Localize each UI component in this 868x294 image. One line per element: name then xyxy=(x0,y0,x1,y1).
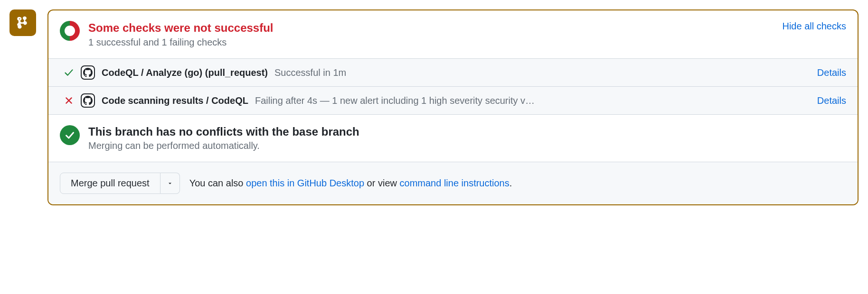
github-actions-avatar-icon xyxy=(81,65,95,80)
merge-conflict-status-section: This branch has no conflicts with the ba… xyxy=(48,115,858,162)
check-name: CodeQL / Analyze (go) (pull_request) xyxy=(102,67,268,78)
check-failure-icon xyxy=(64,95,74,106)
github-actions-avatar-icon xyxy=(81,93,95,108)
hint-middle: or view xyxy=(364,178,399,188)
caret-down-icon xyxy=(167,181,173,186)
status-success-circle-icon xyxy=(60,125,80,145)
merge-status-subtitle: Merging can be performed automatically. xyxy=(88,140,846,151)
open-github-desktop-link[interactable]: open this in GitHub Desktop xyxy=(246,178,364,188)
merge-hint-text: You can also open this in GitHub Desktop… xyxy=(189,178,512,189)
checks-summary-title: Some checks were not successful xyxy=(88,21,774,35)
merge-status-box: Some checks were not successful 1 succes… xyxy=(47,9,859,205)
check-row: Code scanning results / CodeQL Failing a… xyxy=(48,87,858,115)
timeline-event-badge xyxy=(9,9,36,36)
merge-options-dropdown-button[interactable] xyxy=(160,173,180,194)
check-row: CodeQL / Analyze (go) (pull_request) Suc… xyxy=(48,59,858,87)
merge-status-title: This branch has no conflicts with the ba… xyxy=(88,125,846,138)
checks-summary-subtitle: 1 successful and 1 failing checks xyxy=(88,37,774,48)
check-details-link[interactable]: Details xyxy=(817,67,846,78)
check-details-link[interactable]: Details xyxy=(817,95,846,106)
checks-status-donut-icon xyxy=(60,21,80,41)
checks-list: CodeQL / Analyze (go) (pull_request) Suc… xyxy=(48,58,858,115)
hint-suffix: . xyxy=(509,178,512,188)
check-description: Successful in 1m xyxy=(274,67,346,78)
hint-prefix: You can also xyxy=(189,178,246,188)
command-line-instructions-link[interactable]: command line instructions xyxy=(400,178,509,188)
check-name: Code scanning results / CodeQL xyxy=(102,95,248,106)
merge-pull-request-button[interactable]: Merge pull request xyxy=(60,173,160,194)
check-success-icon xyxy=(64,67,74,78)
merge-action-section: Merge pull request You can also open thi… xyxy=(48,162,858,204)
toggle-checks-link[interactable]: Hide all checks xyxy=(782,21,846,32)
checks-summary-section: Some checks were not successful 1 succes… xyxy=(48,10,858,58)
git-merge-icon xyxy=(16,16,29,29)
check-description: Failing after 4s — 1 new alert including… xyxy=(255,95,535,106)
